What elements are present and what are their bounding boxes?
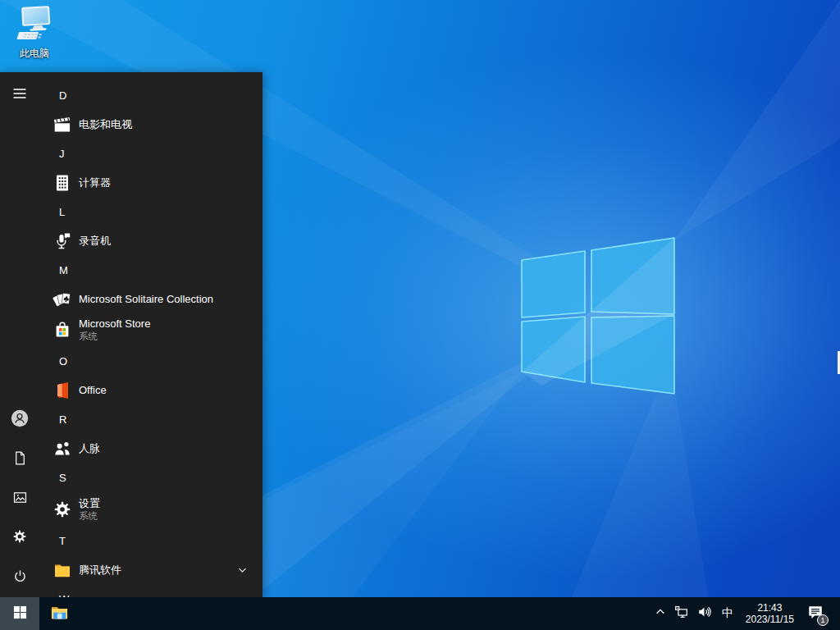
app-title: Office bbox=[79, 384, 107, 397]
file-explorer-icon bbox=[49, 602, 70, 626]
office-icon bbox=[52, 381, 72, 400]
section-letter: T bbox=[59, 535, 66, 547]
voice-recorder-icon bbox=[52, 231, 72, 251]
section-letter: R bbox=[59, 413, 66, 426]
ms-store-icon bbox=[52, 320, 72, 340]
app-section-header[interactable]: S bbox=[39, 463, 262, 493]
desktop-icon-this-pc[interactable]: 此电脑 bbox=[5, 5, 64, 59]
start-app-item[interactable]: 录音机 bbox=[39, 227, 262, 255]
app-subtitle: 系统 bbox=[79, 331, 150, 342]
app-section-header[interactable]: W bbox=[39, 584, 262, 597]
start-rail-menu-button[interactable] bbox=[0, 75, 39, 115]
app-subtitle: 系统 bbox=[79, 510, 100, 522]
volume-icon bbox=[697, 605, 712, 623]
section-letter: D bbox=[59, 89, 66, 102]
people-icon bbox=[52, 439, 72, 459]
start-app-item[interactable]: 计算器 bbox=[39, 169, 262, 197]
start-button[interactable] bbox=[0, 597, 39, 630]
app-title: 腾讯软件 bbox=[79, 564, 121, 577]
tray-time: 21:43 bbox=[757, 602, 782, 614]
app-title: 电影和电视 bbox=[79, 118, 132, 131]
start-app-item[interactable]: 人脉 bbox=[39, 435, 262, 463]
section-letter: O bbox=[59, 355, 67, 368]
user-avatar-icon bbox=[9, 408, 30, 432]
app-section-header[interactable]: M bbox=[39, 255, 262, 285]
app-title: Microsoft Solitaire Collection bbox=[79, 293, 213, 306]
start-app-item[interactable]: 腾讯软件 bbox=[39, 556, 262, 584]
app-section-header[interactable]: L bbox=[39, 197, 262, 227]
app-title: 录音机 bbox=[79, 235, 111, 248]
app-title: Microsoft Store bbox=[79, 317, 150, 331]
start-app-item[interactable]: Microsoft Store系统 bbox=[39, 313, 262, 346]
tray-action-center-button[interactable]: 1 bbox=[801, 597, 830, 630]
start-menu-rail bbox=[0, 72, 39, 597]
tray-date: 2023/11/15 bbox=[746, 614, 794, 625]
app-section-header[interactable]: R bbox=[39, 404, 262, 435]
start-rail-documents-button[interactable] bbox=[0, 440, 39, 479]
start-rail-pictures-button[interactable] bbox=[0, 479, 39, 518]
app-section-header[interactable]: O bbox=[39, 346, 262, 377]
gear-outline-icon bbox=[11, 528, 28, 548]
chevron-down-icon bbox=[237, 565, 248, 576]
section-letter: L bbox=[59, 206, 65, 218]
document-icon bbox=[12, 450, 28, 469]
calculator-icon bbox=[52, 173, 72, 193]
app-section-header[interactable]: D bbox=[39, 80, 262, 111]
start-app-item[interactable]: 设置系统 bbox=[39, 493, 262, 526]
start-menu-app-list: D电影和电视J计算器L录音机MMicrosoft Solitaire Colle… bbox=[39, 72, 262, 597]
section-letter: M bbox=[59, 264, 68, 276]
notification-badge: 1 bbox=[817, 614, 829, 626]
start-app-item[interactable]: 电影和电视 bbox=[39, 111, 262, 139]
power-icon bbox=[12, 568, 28, 587]
app-title: 人脉 bbox=[79, 442, 100, 455]
this-pc-icon bbox=[13, 5, 56, 46]
file-explorer-button[interactable] bbox=[39, 597, 79, 630]
chevron-up-icon bbox=[655, 606, 666, 621]
app-title: 设置 bbox=[79, 497, 100, 510]
section-letter: S bbox=[59, 472, 66, 484]
tray-network-button[interactable] bbox=[670, 597, 693, 630]
pictures-icon bbox=[12, 490, 28, 509]
screen: 此电脑 D电影和电视J计算器L录音机MMicrosoft Solitaire C… bbox=[0, 0, 840, 630]
app-title: 计算器 bbox=[79, 176, 111, 189]
start-rail-power-button[interactable] bbox=[0, 558, 39, 597]
taskbar: 中 21:43 2023/11/15 1 bbox=[0, 597, 840, 630]
hamburger-icon bbox=[11, 85, 28, 105]
start-rail-user-button[interactable] bbox=[0, 400, 39, 440]
start-rail-settings-button[interactable] bbox=[0, 518, 39, 558]
tray-show-hidden-icons-button[interactable] bbox=[651, 597, 670, 630]
app-section-header[interactable]: T bbox=[39, 526, 262, 556]
network-icon bbox=[674, 605, 689, 623]
app-section-header[interactable]: J bbox=[39, 139, 262, 169]
tray-volume-button[interactable] bbox=[693, 597, 716, 630]
solitaire-icon bbox=[52, 290, 72, 309]
system-tray: 中 21:43 2023/11/15 1 bbox=[651, 597, 840, 630]
section-letter: J bbox=[59, 148, 65, 160]
desktop-icon-label: 此电脑 bbox=[20, 48, 49, 59]
movies-tv-icon bbox=[52, 115, 72, 135]
tray-clock[interactable]: 21:43 2023/11/15 bbox=[739, 597, 801, 630]
folder-icon bbox=[52, 560, 72, 580]
tray-ime-indicator[interactable]: 中 bbox=[716, 597, 739, 630]
start-app-item[interactable]: Microsoft Solitaire Collection bbox=[39, 285, 262, 313]
start-menu: D电影和电视J计算器L录音机MMicrosoft Solitaire Colle… bbox=[0, 72, 262, 597]
windows-logo-icon bbox=[13, 605, 27, 623]
settings-gear-icon bbox=[52, 500, 72, 519]
start-app-item[interactable]: Office bbox=[39, 377, 262, 404]
